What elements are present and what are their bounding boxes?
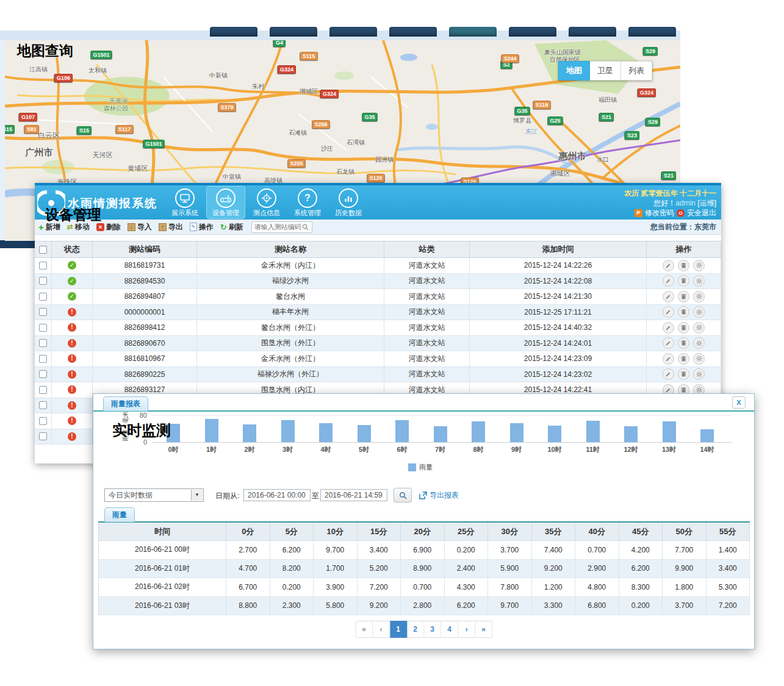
row-checkbox[interactable] xyxy=(39,277,47,285)
edit-button[interactable] xyxy=(663,275,674,287)
edit-button[interactable] xyxy=(663,322,674,334)
station-time-cell: 2015-12-24 14:22:26 xyxy=(470,258,647,273)
range-select[interactable]: 今日实时数据 ▼ xyxy=(104,488,204,502)
rain-column-header: 0分 xyxy=(226,523,270,540)
row-checkbox[interactable] xyxy=(39,324,47,332)
toolbar-operate-button[interactable]: ✎操作 xyxy=(190,222,214,232)
road-badge: S379 xyxy=(218,103,236,112)
delete-button[interactable] xyxy=(678,306,689,318)
checkbox-cell xyxy=(35,367,52,382)
toolbar-export-button[interactable]: ↑导出 xyxy=(159,222,183,232)
rain-value-cell: 2.300 xyxy=(270,597,314,615)
close-button[interactable]: X xyxy=(732,396,746,409)
pager-last[interactable]: » xyxy=(475,621,492,638)
realtime-monitor-panel: 雨量报表 X 雨量（毫米） 雨量 8000时1时2时3时4时5时6时7时8时9时… xyxy=(93,393,755,649)
status-cell: ! xyxy=(52,398,93,413)
page-button[interactable]: 1 xyxy=(390,621,407,638)
nav-chart[interactable]: 历史数据 xyxy=(329,186,368,219)
delete-button[interactable] xyxy=(678,368,689,380)
settings-button[interactable] xyxy=(693,275,705,287)
settings-button[interactable] xyxy=(693,337,705,349)
date-to-input[interactable] xyxy=(320,489,387,501)
row-checkbox[interactable] xyxy=(39,386,47,394)
password-icon: P xyxy=(635,209,642,217)
delete-button[interactable] xyxy=(678,260,689,271)
select-all-checkbox[interactable] xyxy=(39,246,47,254)
row-checkbox[interactable] xyxy=(39,417,47,425)
chart-x-tick: 6时 xyxy=(389,445,415,454)
row-checkbox[interactable] xyxy=(39,355,47,363)
edit-button[interactable] xyxy=(663,337,674,349)
pager-prev[interactable]: ‹ xyxy=(373,621,390,638)
edit-button[interactable] xyxy=(663,260,674,271)
rain-value-cell: 9.200 xyxy=(532,560,576,578)
date-from-input[interactable] xyxy=(243,489,311,501)
chart-bar xyxy=(205,419,218,442)
nav-device[interactable]: 设备管理 xyxy=(206,186,245,219)
table-row: !8826890670围垦水闸（外江）河道水文站2015-12-24 14:24… xyxy=(35,336,721,352)
row-checkbox[interactable] xyxy=(39,370,47,378)
nav-target[interactable]: 测点信息 xyxy=(247,186,286,219)
search-icon[interactable] xyxy=(302,224,309,230)
edit-button[interactable] xyxy=(663,368,674,380)
change-password-link[interactable]: 修改密码 xyxy=(645,208,674,218)
road-badge: G107 xyxy=(19,113,37,121)
operations-cell xyxy=(647,320,721,335)
edit-button[interactable] xyxy=(663,306,674,318)
chevron-down-icon[interactable]: ▼ xyxy=(191,490,203,501)
delete-button[interactable] xyxy=(678,337,689,349)
page-button[interactable]: 2 xyxy=(407,621,424,638)
chart-x-tick: 1时 xyxy=(198,445,225,454)
pager-next[interactable]: › xyxy=(458,621,475,638)
toolbar-refresh-button[interactable]: ↻刷新 xyxy=(220,222,243,232)
settings-button[interactable] xyxy=(693,306,705,318)
date-to-label: 至 xyxy=(312,491,319,501)
settings-button[interactable] xyxy=(693,368,705,380)
tab-rain-report[interactable]: 雨量报表 xyxy=(103,396,148,411)
map-type-button-2[interactable]: 列表 xyxy=(621,61,652,80)
toolbar-import-button[interactable]: ↓导入 xyxy=(128,222,152,232)
road-badge: S29 xyxy=(643,47,658,55)
tab-rain[interactable]: 雨量 xyxy=(104,507,135,522)
delete-button[interactable] xyxy=(678,353,689,365)
row-checkbox[interactable] xyxy=(39,401,47,409)
station-search[interactable] xyxy=(251,221,312,233)
map-place-label: 中新镇 xyxy=(209,71,228,80)
rain-column-header: 40分 xyxy=(575,523,619,540)
row-checkbox[interactable] xyxy=(39,339,47,347)
row-checkbox[interactable] xyxy=(39,308,47,316)
pager-first[interactable]: « xyxy=(355,621,373,638)
table-row: ✓8826894530福绿沙水闸河道水文站2015-12-24 14:22:08 xyxy=(35,274,721,290)
delete-button[interactable] xyxy=(678,322,689,334)
rain-table-row: 2016-06-21 02时6.7000.2003.9007.2000.7004… xyxy=(98,578,750,597)
edit-button[interactable] xyxy=(663,353,674,365)
rain-value-cell: 3.700 xyxy=(663,597,707,615)
delete-button[interactable] xyxy=(678,291,689,302)
logout-link[interactable]: 安全退出 xyxy=(687,208,716,218)
rain-value-cell: 2.900 xyxy=(575,560,619,578)
row-checkbox[interactable] xyxy=(39,432,47,440)
delete-button[interactable] xyxy=(678,275,689,287)
row-checkbox[interactable] xyxy=(39,262,47,270)
checkbox-cell xyxy=(35,413,52,429)
greeting: 您好！admin [运维] xyxy=(624,198,716,208)
settings-button[interactable] xyxy=(693,322,705,334)
settings-button[interactable] xyxy=(693,291,705,302)
edit-button[interactable] xyxy=(663,291,674,302)
map-type-button-0[interactable]: 地图 xyxy=(558,61,590,80)
page-button[interactable]: 3 xyxy=(424,621,441,638)
row-checkbox[interactable] xyxy=(39,293,47,301)
nav-label: 设备管理 xyxy=(206,209,245,218)
station-name-cell: 围垦水闸（外江） xyxy=(197,336,384,351)
export-report-link[interactable]: 导出报表 xyxy=(419,490,459,501)
nav-monitor[interactable]: 展示系统 xyxy=(165,186,204,219)
nav-help[interactable]: ?系统管理 xyxy=(288,186,327,219)
settings-button[interactable] xyxy=(693,353,705,365)
map-type-button-1[interactable]: 卫星 xyxy=(590,61,621,80)
query-button[interactable] xyxy=(394,488,412,502)
page-button[interactable]: 4 xyxy=(441,621,458,638)
settings-button[interactable] xyxy=(693,260,705,271)
rain-value-cell: 4.300 xyxy=(445,578,489,596)
station-search-input[interactable] xyxy=(252,223,302,231)
chart-x-tick: 12时 xyxy=(617,445,644,454)
